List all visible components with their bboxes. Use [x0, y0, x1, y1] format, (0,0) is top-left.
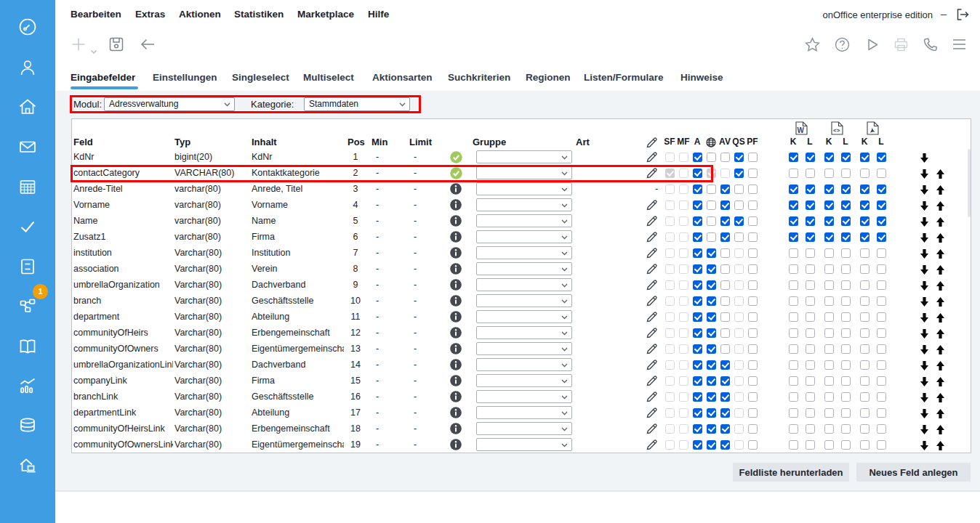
move-down-icon[interactable] [920, 328, 928, 338]
status-info-icon[interactable] [450, 407, 462, 419]
checkbox-globe[interactable] [707, 360, 716, 370]
checkbox-pdf-l[interactable] [877, 153, 886, 162]
checkbox-word-k[interactable] [789, 424, 798, 434]
checkbox-mf[interactable] [679, 200, 688, 210]
tab-eingabefelder[interactable]: Eingabefelder [71, 71, 135, 84]
checkbox-word-l[interactable] [806, 216, 815, 226]
status-info-icon[interactable] [450, 231, 462, 243]
checkbox-a[interactable] [693, 248, 702, 258]
checkbox-qs[interactable] [734, 280, 744, 290]
checkbox-word-k[interactable] [789, 408, 798, 418]
tab-multiselect[interactable]: Multiselect [303, 71, 354, 84]
checkbox-code-k[interactable] [824, 296, 834, 306]
checkbox-qs[interactable] [734, 153, 744, 162]
checkbox-pdf-k[interactable] [860, 376, 869, 386]
checkbox-a[interactable] [693, 264, 702, 274]
checkbox-word-l[interactable] [806, 360, 815, 370]
status-info-icon[interactable] [450, 375, 462, 387]
checkbox-code-l[interactable] [841, 153, 851, 162]
status-info-icon[interactable] [450, 327, 462, 339]
checkbox-word-l[interactable] [806, 408, 815, 418]
checkbox-mf[interactable] [679, 344, 688, 354]
calendar-icon[interactable] [17, 177, 38, 197]
network-icon[interactable] [17, 295, 38, 315]
help-icon[interactable] [835, 37, 850, 55]
gruppe-select[interactable] [476, 198, 572, 211]
checkbox-av[interactable] [720, 248, 730, 258]
tasks-check-icon[interactable] [17, 216, 38, 237]
checkbox-qs[interactable] [734, 408, 744, 418]
gruppe-select[interactable] [476, 230, 572, 243]
move-down-icon[interactable] [920, 185, 928, 194]
checkbox-code-l[interactable] [841, 312, 851, 322]
checkbox-word-k[interactable] [789, 360, 798, 370]
checkbox-pf[interactable] [748, 424, 758, 434]
checkbox-pdf-l[interactable] [877, 169, 886, 178]
checkbox-pf[interactable] [748, 169, 758, 178]
checkbox-word-k[interactable] [789, 153, 798, 162]
checkbox-globe[interactable] [707, 153, 716, 162]
checkbox-pf[interactable] [748, 408, 758, 418]
checkbox-pdf-l[interactable] [877, 248, 886, 258]
move-down-icon[interactable] [920, 312, 928, 322]
minimize-button[interactable]: – [939, 7, 949, 21]
checkbox-pdf-l[interactable] [877, 360, 886, 370]
checkbox-sf[interactable] [665, 264, 675, 274]
checkbox-av[interactable] [720, 344, 730, 354]
checkbox-mf[interactable] [679, 248, 688, 258]
move-up-icon[interactable] [936, 185, 944, 194]
checkbox-sf[interactable] [665, 408, 675, 418]
checkbox-pdf-k[interactable] [860, 169, 869, 178]
move-up-icon[interactable] [936, 360, 944, 370]
checkbox-globe[interactable] [707, 408, 716, 418]
checkbox-sf[interactable] [665, 200, 675, 210]
checkbox-mf[interactable] [679, 216, 688, 226]
statistics-icon[interactable] [17, 376, 38, 396]
checkbox-a[interactable] [693, 328, 702, 338]
checkbox-code-k[interactable] [824, 376, 834, 386]
checkbox-word-k[interactable] [789, 264, 798, 274]
checkbox-pf[interactable] [748, 296, 758, 306]
checkbox-globe[interactable] [707, 169, 716, 178]
download-fieldlist-button[interactable]: Feldliste herunterladen [733, 463, 849, 482]
checkbox-code-k[interactable] [824, 312, 834, 322]
move-down-icon[interactable] [920, 248, 928, 258]
status-info-icon[interactable] [450, 343, 462, 355]
move-down-icon[interactable] [920, 360, 928, 370]
checkbox-pdf-l[interactable] [877, 424, 886, 434]
checkbox-a[interactable] [693, 408, 702, 418]
checkbox-av[interactable] [720, 216, 730, 226]
checkbox-word-k[interactable] [789, 169, 798, 178]
checkbox-word-l[interactable] [806, 376, 815, 386]
status-info-icon[interactable] [450, 279, 462, 291]
checkbox-code-k[interactable] [824, 264, 834, 274]
checkbox-pdf-k[interactable] [860, 392, 869, 402]
checkbox-pdf-k[interactable] [860, 328, 869, 338]
status-info-icon[interactable] [450, 199, 462, 211]
checkbox-qs[interactable] [734, 360, 744, 370]
checkbox-mf[interactable] [679, 312, 688, 322]
move-down-icon[interactable] [920, 296, 928, 306]
checkbox-mf[interactable] [679, 376, 688, 386]
checkbox-av[interactable] [720, 376, 730, 386]
edit-pencil-icon[interactable] [646, 326, 659, 339]
checkbox-sf[interactable] [665, 328, 675, 338]
checkbox-a[interactable] [693, 440, 702, 450]
checkbox-av[interactable] [720, 440, 730, 450]
checkbox-pf[interactable] [748, 280, 758, 290]
checkbox-qs[interactable] [734, 344, 744, 354]
checkbox-sf[interactable] [665, 296, 675, 306]
move-up-icon[interactable] [936, 264, 944, 274]
checkbox-pf[interactable] [748, 344, 758, 354]
checkbox-sf[interactable] [665, 280, 675, 290]
checkbox-pdf-k[interactable] [860, 408, 869, 418]
checkbox-av[interactable] [720, 296, 730, 306]
gruppe-select[interactable] [476, 422, 572, 435]
edit-pencil-icon[interactable] [646, 150, 659, 163]
checkbox-pdf-l[interactable] [877, 280, 886, 290]
checkbox-sf[interactable] [665, 248, 675, 258]
print-icon[interactable] [893, 37, 909, 55]
checkbox-code-l[interactable] [841, 200, 851, 210]
save-icon[interactable] [109, 37, 124, 54]
move-down-icon[interactable] [920, 169, 928, 178]
